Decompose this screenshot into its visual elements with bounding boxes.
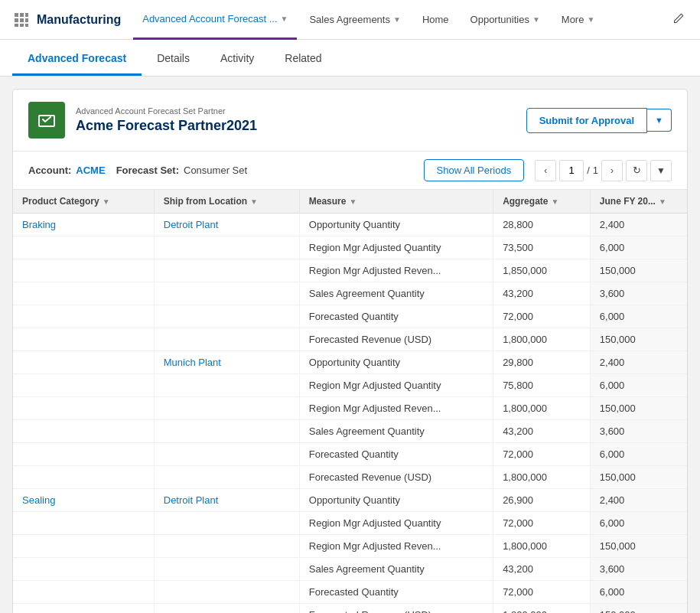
aggregate-cell: 1,800,000 (493, 604, 591, 614)
measure-cell: Region Mgr Adjusted Quantity (299, 374, 493, 397)
nav-tab-home[interactable]: Home (413, 0, 458, 40)
period-cell: 6,000 (590, 581, 687, 604)
table-row: Region Mgr Adjusted Reven...1,800,000150… (13, 535, 687, 558)
measure-cell: Sales Agreement Quantity (299, 420, 493, 443)
period-cell: 6,000 (590, 305, 687, 328)
nav-tab-label: Advanced Account Forecast ... (142, 13, 277, 24)
product-link[interactable]: Braking (22, 219, 56, 230)
main-content: Advanced Account Forecast Set Partner Ac… (0, 77, 700, 613)
period-cell: 6,000 (590, 443, 687, 466)
measure-cell: Sales Agreement Quantity (299, 282, 493, 305)
period-cell: 2,400 (590, 214, 687, 236)
account-value[interactable]: ACME (76, 165, 105, 176)
aggregate-cell: 1,800,000 (493, 535, 591, 558)
card-subtitle: Advanced Account Forecast Set Partner (76, 106, 526, 116)
aggregate-cell: 28,800 (493, 214, 591, 236)
aggregate-cell: 72,000 (493, 305, 591, 328)
sort-icon: ▼ (659, 197, 666, 206)
table-row: Sales Agreement Quantity43,2003,600 (13, 420, 687, 443)
measure-cell: Opportunity Quantity (299, 489, 493, 512)
period-cell: 2,400 (590, 489, 687, 512)
sort-icon: ▼ (250, 197, 258, 206)
aggregate-cell: 1,850,000 (493, 259, 591, 282)
aggregate-cell: 72,000 (493, 581, 591, 604)
filter-button[interactable]: ▼ (650, 160, 672, 181)
edit-icon[interactable] (666, 6, 691, 33)
aggregate-cell: 75,800 (493, 374, 591, 397)
nav-tab-more[interactable]: More ▼ (552, 0, 604, 40)
tab-details[interactable]: Details (142, 40, 205, 76)
table-row: Sales Agreement Quantity43,2003,600 (13, 282, 687, 305)
period-cell: 6,000 (590, 512, 687, 535)
nav-chevron-icon: ▼ (587, 15, 594, 24)
table-row: Forecasted Revenue (USD)1,800,000150,000 (13, 604, 687, 614)
app-name: Manufacturing (37, 13, 121, 27)
card-title: Acme Forecast Partner2021 (76, 118, 526, 134)
table-row: Forecasted Revenue (USD)1,800,000150,000 (13, 328, 687, 351)
nav-tab-label: Sales Agreements (309, 14, 390, 25)
show-all-periods-button[interactable]: Show All Periods (424, 159, 525, 181)
svg-rect-1 (20, 13, 24, 17)
nav-tab-sales-agreements[interactable]: Sales Agreements ▼ (300, 0, 409, 40)
col-header-measure[interactable]: Measure ▼ (299, 190, 493, 214)
measure-cell: Region Mgr Adjusted Reven... (299, 259, 493, 282)
svg-rect-0 (15, 13, 18, 17)
page-number-input[interactable] (559, 160, 584, 181)
sort-icon: ▼ (349, 197, 357, 206)
aggregate-cell: 43,200 (493, 558, 591, 581)
next-page-button[interactable]: › (601, 160, 623, 181)
submit-dropdown-button[interactable]: ▼ (647, 109, 672, 132)
aggregate-cell: 1,800,000 (493, 397, 591, 420)
table-row: Region Mgr Adjusted Quantity73,5006,000 (13, 236, 687, 259)
col-header-period[interactable]: June FY 20... ▼ (590, 190, 687, 214)
account-label: Account: (28, 165, 71, 176)
svg-rect-7 (20, 24, 24, 27)
measure-cell: Sales Agreement Quantity (299, 558, 493, 581)
table-row: SealingDetroit PlantOpportunity Quantity… (13, 489, 687, 512)
table-row: Region Mgr Adjusted Quantity72,0006,000 (13, 512, 687, 535)
period-cell: 150,000 (590, 397, 687, 420)
aggregate-cell: 43,200 (493, 420, 591, 443)
period-cell: 3,600 (590, 558, 687, 581)
tab-advanced-forecast[interactable]: Advanced Forecast (12, 40, 142, 76)
svg-rect-4 (20, 18, 24, 22)
measure-cell: Region Mgr Adjusted Reven... (299, 397, 493, 420)
submit-for-approval-button[interactable]: Submit for Approval (526, 108, 647, 133)
period-cell: 150,000 (590, 328, 687, 351)
measure-cell: Forecasted Quantity (299, 305, 493, 328)
forecast-set-value: Consumer Set (184, 165, 247, 176)
sort-icon: ▼ (551, 197, 558, 206)
location-link[interactable]: Detroit Plant (164, 219, 219, 230)
location-link[interactable]: Munich Plant (164, 357, 221, 368)
col-header-product[interactable]: Product Category ▼ (13, 190, 154, 214)
measure-cell: Region Mgr Adjusted Quantity (299, 236, 493, 259)
top-nav: Manufacturing Advanced Account Forecast … (0, 0, 700, 40)
table-row: Region Mgr Adjusted Quantity75,8006,000 (13, 374, 687, 397)
nav-tab-advanced-forecast[interactable]: Advanced Account Forecast ... ▼ (133, 0, 297, 40)
product-link[interactable]: Sealing (22, 494, 55, 506)
location-link[interactable]: Detroit Plant (164, 494, 219, 506)
card-icon (28, 102, 65, 139)
card-header: Advanced Account Forecast Set Partner Ac… (13, 90, 687, 152)
period-cell: 150,000 (590, 466, 687, 489)
aggregate-cell: 73,500 (493, 236, 591, 259)
tab-activity[interactable]: Activity (205, 40, 269, 76)
nav-tab-label: Home (422, 14, 449, 25)
aggregate-cell: 1,800,000 (493, 328, 591, 351)
measure-cell: Forecasted Revenue (USD) (299, 604, 493, 614)
period-cell: 6,000 (590, 236, 687, 259)
col-header-location[interactable]: Ship from Location ▼ (154, 190, 299, 214)
table-row: Forecasted Quantity72,0006,000 (13, 305, 687, 328)
table-row: Sales Agreement Quantity43,2003,600 (13, 558, 687, 581)
refresh-button[interactable]: ↻ (626, 160, 647, 181)
sort-icon: ▼ (103, 197, 110, 206)
tab-related[interactable]: Related (269, 40, 337, 76)
svg-rect-2 (25, 13, 28, 17)
nav-tab-opportunities[interactable]: Opportunities ▼ (461, 0, 549, 40)
aggregate-cell: 29,800 (493, 351, 591, 374)
svg-rect-8 (25, 24, 28, 27)
svg-rect-6 (15, 24, 18, 27)
grid-icon[interactable] (9, 8, 34, 32)
col-header-aggregate[interactable]: Aggregate ▼ (493, 190, 591, 214)
prev-page-button[interactable]: ‹ (535, 160, 556, 181)
